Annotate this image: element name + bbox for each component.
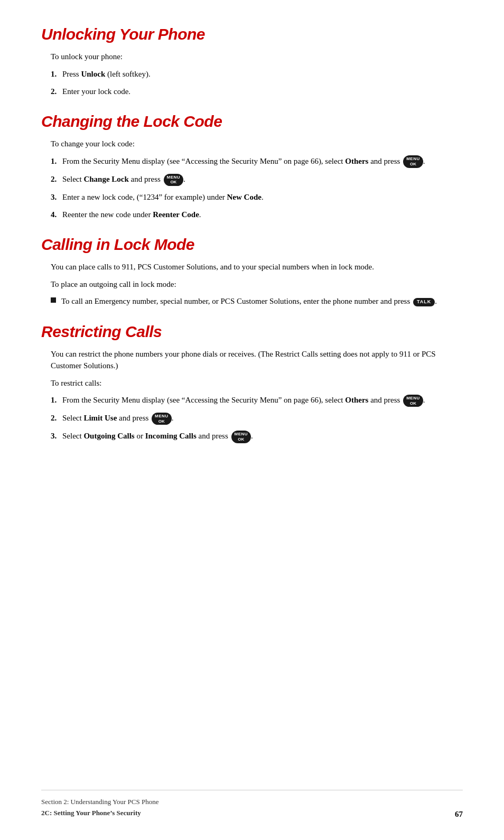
section-changing-lock: Changing the Lock Code To change your lo… bbox=[41, 113, 463, 221]
step-number: 3. bbox=[51, 430, 62, 442]
step-item: 2. Select Change Lock and press MENUOK. bbox=[51, 173, 463, 186]
step-item: 2. Enter your lock code. bbox=[51, 86, 463, 98]
step-item: 1. From the Security Menu display (see “… bbox=[51, 155, 463, 168]
intro-changing-lock: To change your lock code: bbox=[51, 138, 463, 150]
step-item: 3. Select Outgoing Calls or Incoming Cal… bbox=[51, 430, 463, 443]
step-item: 3. Enter a new lock code, (“1234” for ex… bbox=[51, 191, 463, 203]
step-content: Select Limit Use and press MENUOK. bbox=[62, 412, 463, 425]
footer-subsection-label: 2C: Setting Your Phone’s Security bbox=[41, 809, 141, 817]
bullet-list-calling-lock-mode: To call an Emergency number, special num… bbox=[51, 295, 463, 307]
step-content: Reenter the new code under Reenter Code. bbox=[62, 209, 463, 221]
section-calling-lock-mode: Calling in Lock Mode You can place calls… bbox=[41, 236, 463, 307]
step-number: 1. bbox=[51, 394, 62, 406]
section-title-changing-lock: Changing the Lock Code bbox=[41, 113, 463, 130]
step-content: Enter a new lock code, (“1234” for examp… bbox=[62, 191, 463, 203]
intro-restricting-calls-2: To restrict calls: bbox=[51, 377, 463, 389]
section-title-restricting-calls: Restricting Calls bbox=[41, 323, 463, 341]
step-item: 2. Select Limit Use and press MENUOK. bbox=[51, 412, 463, 425]
intro-unlocking: To unlock your phone: bbox=[51, 51, 463, 63]
intro-calling-lock-mode-1: You can place calls to 911, PCS Customer… bbox=[51, 261, 463, 273]
page-container: Unlocking Your Phone To unlock your phon… bbox=[0, 0, 504, 500]
step-item: 4. Reenter the new code under Reenter Co… bbox=[51, 209, 463, 221]
step-content: Press Unlock (left softkey). bbox=[62, 68, 463, 80]
menu-ok-button-icon: MENUOK bbox=[403, 155, 423, 167]
steps-list-unlocking: 1. Press Unlock (left softkey). 2. Enter… bbox=[51, 68, 463, 98]
step-content: Select Outgoing Calls or Incoming Calls … bbox=[62, 430, 463, 443]
steps-list-restricting-calls: 1. From the Security Menu display (see “… bbox=[51, 394, 463, 443]
intro-restricting-calls-1: You can restrict the phone numbers your … bbox=[51, 348, 463, 372]
step-number: 1. bbox=[51, 155, 62, 167]
step-number: 2. bbox=[51, 86, 62, 98]
step-number: 2. bbox=[51, 412, 62, 424]
step-number: 4. bbox=[51, 209, 62, 221]
step-number: 1. bbox=[51, 68, 62, 80]
step-item: 1. Press Unlock (left softkey). bbox=[51, 68, 463, 80]
step-item: 1. From the Security Menu display (see “… bbox=[51, 394, 463, 407]
footer-left: Section 2: Understanding Your PCS Phone … bbox=[41, 797, 158, 819]
page-footer: Section 2: Understanding Your PCS Phone … bbox=[41, 790, 463, 819]
menu-ok-button-icon: MENUOK bbox=[403, 395, 423, 407]
bullet-square-icon bbox=[51, 297, 56, 303]
steps-list-changing-lock: 1. From the Security Menu display (see “… bbox=[51, 155, 463, 221]
section-restricting-calls: Restricting Calls You can restrict the p… bbox=[41, 323, 463, 443]
bullet-content: To call an Emergency number, special num… bbox=[61, 295, 463, 307]
footer-section-label: Section 2: Understanding Your PCS Phone bbox=[41, 798, 158, 806]
section-unlocking: Unlocking Your Phone To unlock your phon… bbox=[41, 25, 463, 98]
step-content: Select Change Lock and press MENUOK. bbox=[62, 173, 463, 186]
step-number: 2. bbox=[51, 173, 62, 185]
step-content: From the Security Menu display (see “Acc… bbox=[62, 394, 463, 407]
talk-button-icon: TALK bbox=[413, 298, 435, 306]
menu-ok-button-icon: MENUOK bbox=[152, 413, 172, 425]
bullet-item: To call an Emergency number, special num… bbox=[51, 295, 463, 307]
footer-page-number: 67 bbox=[455, 810, 463, 819]
step-content: From the Security Menu display (see “Acc… bbox=[62, 155, 463, 168]
section-title-unlocking: Unlocking Your Phone bbox=[41, 25, 463, 43]
section-title-calling-lock-mode: Calling in Lock Mode bbox=[41, 236, 463, 254]
step-content: Enter your lock code. bbox=[62, 86, 463, 98]
step-number: 3. bbox=[51, 191, 62, 203]
menu-ok-button-icon: MENUOK bbox=[164, 174, 184, 186]
menu-ok-button-icon: MENUOK bbox=[231, 431, 251, 443]
intro-calling-lock-mode-2: To place an outgoing call in lock mode: bbox=[51, 278, 463, 291]
